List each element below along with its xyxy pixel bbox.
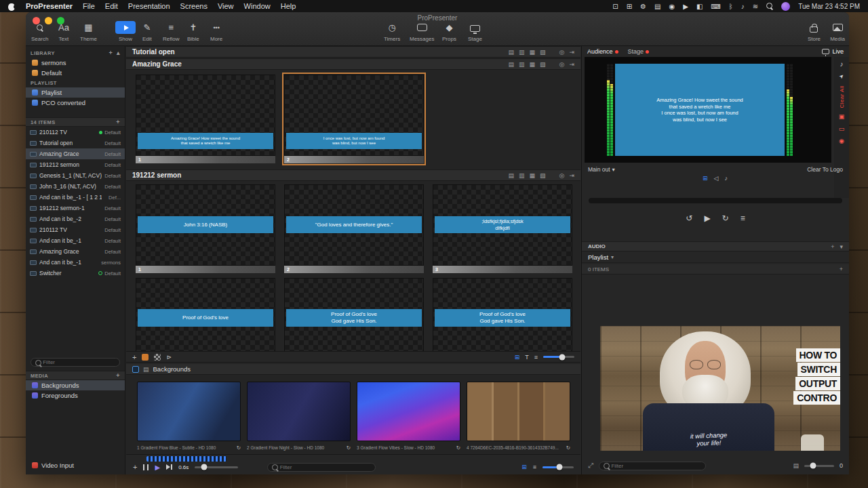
advance-mode-icon[interactable]: ⊳ [166, 354, 172, 361]
media-button[interactable]: Media [830, 21, 845, 42]
menu-window[interactable]: Window [244, 2, 271, 10]
grid-icon[interactable]: ▦ [530, 49, 536, 56]
advance-icon[interactable]: ⇥ [569, 49, 574, 56]
playlist-row[interactable]: Switcher Default [26, 268, 125, 279]
playlist-row[interactable]: John 3_16 (NLT, ACV) Default [26, 181, 125, 192]
film-icon[interactable]: ▤ [509, 49, 515, 56]
sermon-slide-3[interactable]: ;ldsfkjsl;fjdla;sfjdsk dlfkjdfl 3 [433, 184, 572, 273]
list-view-button[interactable]: ≡ [534, 354, 538, 361]
tiles-status-icon[interactable]: ⊞ [627, 3, 632, 10]
playlist-row[interactable]: And can it be_-1 - [ 1 2 1 ] Def... [26, 192, 125, 203]
text-view-button[interactable]: T [525, 354, 529, 361]
film-icon[interactable]: ▤ [509, 61, 515, 68]
slide-1-amazing-grace[interactable]: Amazing Grace! How sweet the sound that … [136, 75, 275, 163]
clear-to-logo-button[interactable]: Clear To Logo [807, 166, 843, 173]
add-item-icon[interactable]: + [116, 119, 120, 125]
apple-menu-icon[interactable] [8, 2, 16, 11]
audio-clear-icon[interactable]: ♪ [840, 61, 844, 68]
loop-icon[interactable]: ↻ [722, 214, 729, 223]
film-icon[interactable]: ▤ [509, 172, 515, 179]
tab-stage[interactable]: Stage [628, 48, 650, 55]
background-thumb-2[interactable] [247, 382, 351, 441]
library-add-icon[interactable]: + [108, 50, 113, 56]
menu-presentation[interactable]: Presentation [128, 2, 170, 10]
playlist-item-pco-converted[interactable]: PCO converted [26, 98, 125, 108]
bible-button[interactable]: ✝ Bible [187, 21, 199, 42]
media-progress-bar[interactable] [589, 198, 842, 203]
section-header-191212-sermon[interactable]: 191212 sermon ▤ ▥ ▦ ▧ ◎ ⇥ [126, 169, 580, 181]
grid-icon[interactable]: ▦ [530, 172, 536, 179]
playlist-row[interactable]: 191212 sermon Default [26, 159, 125, 170]
music-note-icon[interactable]: ♪ [724, 175, 728, 182]
more-button[interactable]: ••• More [210, 21, 222, 42]
sidebar-filter[interactable] [31, 358, 120, 367]
backgrounds-checkbox[interactable] [132, 366, 139, 373]
reflow-button[interactable]: ≡ Reflow [163, 21, 179, 42]
user-avatar[interactable] [781, 2, 790, 11]
media-filter-input[interactable] [280, 464, 372, 470]
playlist-row[interactable]: 210112 TV Default [26, 127, 125, 138]
collapse-audio-icon[interactable]: ▾ [840, 243, 843, 250]
search-button[interactable]: Search [31, 21, 48, 42]
text-button[interactable]: Aa Text [58, 21, 69, 42]
advance-icon[interactable]: ⇥ [569, 61, 574, 68]
play-icon[interactable]: ▶ [155, 464, 160, 471]
record-icon[interactable]: ◎ [559, 49, 565, 56]
spotlight-search-icon[interactable] [766, 3, 773, 9]
media-item-backgrounds[interactable]: Backgrounds [26, 380, 125, 390]
add-media-icon[interactable]: + [116, 373, 120, 379]
speaker-icon[interactable]: ◁ [714, 175, 719, 182]
menu-view[interactable]: View [218, 2, 234, 10]
thumbnail-size-slider[interactable] [543, 356, 574, 358]
clear-media-icon[interactable]: ▣ [839, 114, 845, 120]
clear-video-icon[interactable]: ◉ [839, 138, 844, 144]
playlist-row-selected[interactable]: Amazing Grace Default [26, 148, 125, 159]
panes-icon[interactable]: ▥ [519, 172, 525, 179]
media-filter[interactable] [267, 463, 376, 472]
library-item-sermons[interactable]: sermons [26, 58, 125, 68]
show-button[interactable]: Show [115, 21, 136, 42]
settings-status-icon[interactable]: ⚙ [640, 3, 646, 10]
menu-screens[interactable]: Screens [180, 2, 208, 10]
background-thumb-1[interactable] [137, 382, 241, 441]
camera-status-icon[interactable]: ◉ [669, 3, 675, 10]
slide-2-amazing-grace-selected[interactable]: I once was lost, but now am found was bl… [284, 75, 424, 163]
playlist-options-icon[interactable]: ≡ [741, 214, 745, 223]
playlist-row[interactable]: And can it be_-2 Default [26, 214, 125, 224]
main-out-dropdown[interactable]: Main out▾ [588, 166, 615, 173]
window-status-icon[interactable]: ⊡ [612, 3, 618, 10]
sidebar-filter-input[interactable] [43, 359, 115, 365]
record-icon[interactable]: ◎ [559, 61, 565, 68]
sermon-slide-6[interactable]: Proof of God's love God gave His Son. [433, 278, 572, 359]
film-icon[interactable]: ▤ [793, 462, 799, 469]
sermon-slide-5[interactable]: Proof of God's love God gave His Son. [284, 278, 424, 359]
keyboard-status-icon[interactable]: ⌨ [711, 3, 720, 10]
panes-icon[interactable]: ▥ [519, 49, 525, 56]
display-status-icon[interactable]: ▤ [654, 3, 660, 10]
background-thumb-4[interactable] [467, 382, 570, 441]
clear-all-button[interactable]: Clear All [839, 85, 845, 108]
background-thumb-3[interactable] [357, 382, 460, 441]
output-filter-input[interactable] [611, 463, 701, 469]
timeline-filmstrip[interactable] [146, 456, 226, 462]
theme-button[interactable]: ▦ Theme [80, 21, 97, 42]
add-audio-icon[interactable]: + [831, 243, 834, 250]
wifi-status-icon[interactable]: ≋ [753, 3, 758, 10]
clear-slide-icon[interactable]: ▭ [839, 126, 845, 132]
contrast-status-icon[interactable]: ◧ [696, 3, 703, 10]
columns-icon[interactable]: ▧ [540, 172, 546, 179]
audio-playlist-dropdown[interactable]: Playlist ▾ [582, 252, 849, 263]
media-item-foregrounds[interactable]: Foregrounds [26, 390, 125, 401]
menu-edit[interactable]: Edit [105, 2, 118, 10]
record-icon[interactable]: ◎ [559, 172, 565, 179]
pause-icon[interactable] [143, 464, 149, 470]
transition-slider[interactable] [195, 466, 238, 468]
panes-icon[interactable]: ▥ [519, 61, 525, 68]
menubar-clock[interactable]: Tue Mar 23 4:52 PM [798, 3, 860, 10]
add-slide-button[interactable]: + [132, 353, 136, 361]
sermon-slide-4[interactable]: Proof of God's love [136, 278, 275, 359]
columns-icon[interactable]: ▧ [540, 61, 546, 68]
grid-view-button[interactable]: ⊞ [515, 354, 520, 361]
playlist-row[interactable]: Genesis 1_1 (NLT, ACV) Default [26, 170, 125, 181]
edit-button[interactable]: ✎ Edit [142, 21, 152, 42]
